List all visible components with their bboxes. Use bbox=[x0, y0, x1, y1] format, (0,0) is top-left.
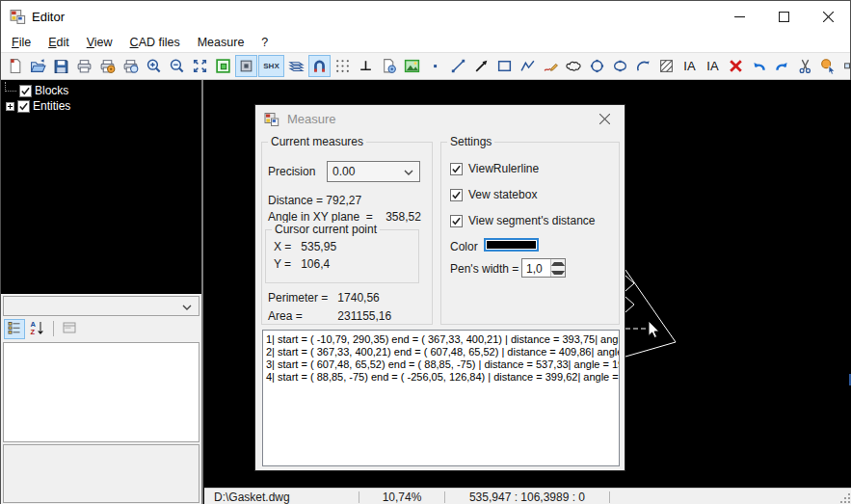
insert-image-icon bbox=[404, 58, 420, 74]
property-pages-button[interactable] bbox=[59, 319, 80, 339]
mtext-tool-button[interactable]: ΙA bbox=[702, 55, 724, 77]
menu-help[interactable]: ? bbox=[253, 34, 277, 51]
spin-up-icon[interactable] bbox=[551, 259, 565, 268]
line-tool-button[interactable] bbox=[447, 55, 469, 77]
log-line[interactable]: 1| start = ( -10,79, 290,35) end = ( 367… bbox=[266, 333, 619, 346]
point-tool-button[interactable] bbox=[424, 55, 446, 77]
property-list[interactable] bbox=[3, 342, 199, 442]
polyline-tool-button[interactable] bbox=[517, 55, 539, 77]
current-measures-group: Current measures Precision 0.00 Distance… bbox=[261, 142, 433, 325]
redo-button[interactable] bbox=[771, 55, 793, 77]
pen-width-stepper[interactable]: 1,0 bbox=[521, 258, 566, 278]
cursor-point-group: Cursor current point X = 535,95 Y = 106,… bbox=[265, 229, 419, 283]
menu-edit[interactable]: Edit bbox=[40, 34, 78, 51]
delete-tool-button[interactable] bbox=[725, 55, 747, 77]
group-label: Settings bbox=[447, 135, 494, 148]
polygon-tool-icon bbox=[589, 58, 605, 74]
zoom-extents-button[interactable] bbox=[189, 55, 211, 77]
log-line[interactable]: 2| start = ( 367,33, 400,21) end = ( 607… bbox=[266, 346, 619, 358]
construction-line-button[interactable] bbox=[470, 55, 492, 77]
menu-measure[interactable]: Measure bbox=[189, 34, 253, 51]
layers-icon bbox=[288, 58, 305, 74]
menu-view[interactable]: View bbox=[78, 34, 121, 51]
sketch-tool-button[interactable] bbox=[540, 55, 562, 77]
polygon-tool-button[interactable] bbox=[586, 55, 608, 77]
tree-item-blocks[interactable]: Blocks bbox=[1, 83, 201, 98]
resize-grip[interactable] bbox=[838, 491, 851, 504]
separator bbox=[609, 491, 610, 503]
checkbox[interactable] bbox=[450, 215, 463, 227]
log-line[interactable]: 3| start = ( 607,48, 65,52) end = ( 88,8… bbox=[266, 358, 619, 371]
color-swatch[interactable] bbox=[484, 238, 539, 252]
snap-mode-button[interactable] bbox=[308, 55, 331, 77]
zoom-window-button[interactable] bbox=[212, 55, 234, 77]
zoom-in-button[interactable] bbox=[143, 55, 165, 77]
tree-checkbox[interactable] bbox=[19, 85, 32, 97]
osnap-settings-button[interactable] bbox=[817, 55, 839, 77]
close-button[interactable] bbox=[806, 1, 850, 32]
cursor-y-value: Y = 106,4 bbox=[274, 257, 330, 271]
sort-alphabetical-button[interactable]: AZ bbox=[27, 319, 48, 339]
print-setup-button[interactable] bbox=[96, 55, 119, 77]
print-preview-button[interactable] bbox=[120, 55, 142, 77]
rectangle-tool-button[interactable] bbox=[493, 55, 516, 77]
grid-snap-button[interactable] bbox=[332, 55, 354, 77]
menu-cad-files[interactable]: CAD files bbox=[121, 34, 189, 51]
new-file-icon bbox=[7, 58, 23, 74]
revision-cloud-button[interactable] bbox=[563, 55, 585, 77]
display-settings-button[interactable] bbox=[378, 55, 400, 77]
open-file-button[interactable] bbox=[27, 55, 49, 77]
ortho-mode-button[interactable] bbox=[355, 55, 377, 77]
marker-display-button[interactable] bbox=[235, 55, 257, 77]
checkbox[interactable] bbox=[450, 189, 463, 201]
object-selector-combobox[interactable] bbox=[3, 296, 199, 316]
dialog-title: Measure bbox=[287, 112, 336, 126]
color-label: Color bbox=[450, 240, 478, 253]
zoom-out-button[interactable] bbox=[166, 55, 188, 77]
area-value: Area = 231155,16 bbox=[268, 309, 391, 323]
ellipse-tool-button[interactable] bbox=[609, 55, 631, 77]
group-label: Current measures bbox=[268, 135, 366, 148]
spin-down-icon[interactable] bbox=[551, 268, 565, 277]
undo-button[interactable] bbox=[748, 55, 770, 77]
save-file-icon bbox=[53, 58, 69, 74]
checkbox-row-viewrulerline[interactable]: ViewRulerline bbox=[450, 162, 539, 175]
precision-value: 0.00 bbox=[332, 165, 355, 178]
menu-file[interactable]: File bbox=[3, 34, 40, 51]
dialog-close-icon[interactable] bbox=[596, 111, 613, 128]
new-file-button[interactable] bbox=[4, 55, 26, 77]
tree-checkbox[interactable] bbox=[17, 100, 30, 113]
categorized-view-button[interactable] bbox=[4, 319, 25, 339]
maximize-button[interactable] bbox=[761, 1, 806, 32]
arc-tool-button[interactable] bbox=[632, 55, 654, 77]
line-tool-icon bbox=[450, 58, 466, 74]
open-file-icon bbox=[30, 58, 46, 74]
tree-item-entities[interactable]: Entities bbox=[1, 98, 201, 114]
checkbox-row-vew-statebox[interactable]: Vew statebox bbox=[450, 188, 537, 201]
layers-button[interactable] bbox=[285, 55, 307, 77]
hatch-tool-button[interactable] bbox=[655, 55, 678, 77]
save-file-button[interactable] bbox=[50, 55, 72, 77]
shx-fonts-button[interactable]: SHX bbox=[258, 55, 284, 77]
expander-plus-icon[interactable] bbox=[6, 102, 14, 111]
main-area: BlocksEntities AZ bbox=[1, 80, 851, 504]
status-bar: D:\Gasket.dwg 10,74% 535,947 : 106,3989 … bbox=[204, 488, 851, 504]
checkbox-label: View segment's distance bbox=[468, 214, 595, 227]
checkbox[interactable] bbox=[450, 163, 463, 175]
tree-branch-line bbox=[5, 82, 16, 92]
log-line[interactable]: 4| start = ( 88,85, -75) end = ( -256,05… bbox=[266, 371, 619, 384]
checkbox-row-view-segment-s-distance[interactable]: View segment's distance bbox=[450, 214, 595, 227]
chevron-down-icon bbox=[182, 300, 192, 313]
precision-combobox[interactable]: 0.00 bbox=[327, 161, 420, 182]
insert-image-button[interactable] bbox=[401, 55, 423, 77]
property-pages-icon bbox=[62, 320, 77, 338]
text-tool-button[interactable]: ΙA bbox=[678, 55, 701, 77]
text-tool-icon: ΙA bbox=[683, 59, 695, 73]
segment-log-list[interactable]: 1| start = ( -10,79, 290,35) end = ( 367… bbox=[262, 330, 620, 466]
dialog-title-bar[interactable]: Measure bbox=[255, 105, 625, 133]
selection-tool-button[interactable] bbox=[840, 55, 851, 77]
trim-tool-button[interactable] bbox=[794, 55, 816, 77]
minimize-button[interactable] bbox=[717, 1, 761, 32]
print-button[interactable] bbox=[73, 55, 95, 77]
menu-bar: FileEditViewCAD filesMeasure? bbox=[1, 32, 850, 52]
